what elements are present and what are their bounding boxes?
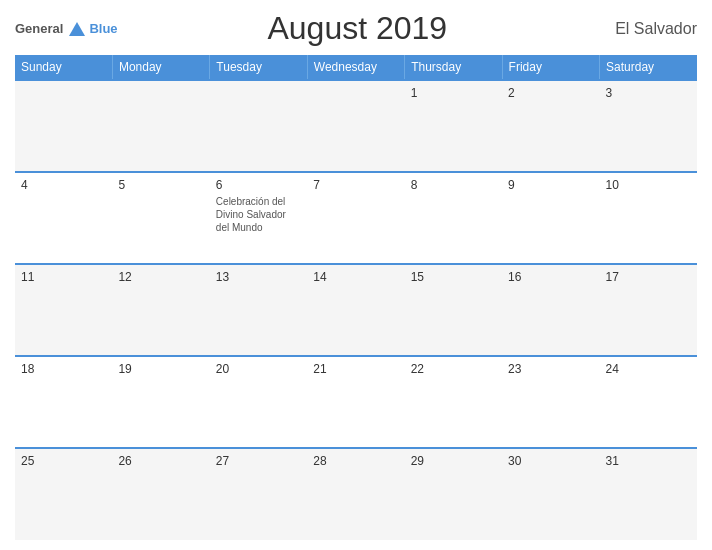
calendar-day-cell: 11	[15, 264, 112, 356]
day-number: 11	[21, 270, 106, 284]
day-of-week-header: Saturday	[600, 55, 697, 80]
calendar-day-cell: 8	[405, 172, 502, 264]
day-number: 17	[606, 270, 691, 284]
calendar-day-cell: 13	[210, 264, 307, 356]
calendar-day-cell: 21	[307, 356, 404, 448]
day-number: 19	[118, 362, 203, 376]
calendar-day-cell: 19	[112, 356, 209, 448]
day-number: 23	[508, 362, 593, 376]
calendar-day-cell: 27	[210, 448, 307, 540]
day-number: 3	[606, 86, 691, 100]
day-number: 4	[21, 178, 106, 192]
calendar-table: SundayMondayTuesdayWednesdayThursdayFrid…	[15, 55, 697, 540]
day-number: 25	[21, 454, 106, 468]
logo-triangle-icon	[69, 22, 85, 36]
day-of-week-header: Wednesday	[307, 55, 404, 80]
day-number: 22	[411, 362, 496, 376]
calendar-day-cell: 7	[307, 172, 404, 264]
day-number: 10	[606, 178, 691, 192]
day-number: 26	[118, 454, 203, 468]
calendar-day-cell: 3	[600, 80, 697, 172]
logo: General Blue	[15, 21, 118, 36]
day-of-week-header: Sunday	[15, 55, 112, 80]
calendar-day-cell	[15, 80, 112, 172]
calendar-day-cell: 18	[15, 356, 112, 448]
calendar-day-cell: 4	[15, 172, 112, 264]
calendar-day-cell: 24	[600, 356, 697, 448]
day-number: 18	[21, 362, 106, 376]
calendar-day-cell: 28	[307, 448, 404, 540]
day-number: 20	[216, 362, 301, 376]
calendar-day-cell: 30	[502, 448, 599, 540]
calendar-day-cell: 15	[405, 264, 502, 356]
day-number: 1	[411, 86, 496, 100]
page-header: General Blue August 2019 El Salvador	[15, 10, 697, 47]
day-number: 2	[508, 86, 593, 100]
day-number: 15	[411, 270, 496, 284]
calendar-day-cell	[210, 80, 307, 172]
day-number: 21	[313, 362, 398, 376]
country-label: El Salvador	[597, 20, 697, 38]
calendar-week-row: 11121314151617	[15, 264, 697, 356]
calendar-week-row: 18192021222324	[15, 356, 697, 448]
calendar-day-cell: 23	[502, 356, 599, 448]
day-number: 29	[411, 454, 496, 468]
day-number: 24	[606, 362, 691, 376]
calendar-day-cell: 2	[502, 80, 599, 172]
calendar-day-cell: 14	[307, 264, 404, 356]
day-of-week-header: Monday	[112, 55, 209, 80]
day-number: 28	[313, 454, 398, 468]
day-number: 8	[411, 178, 496, 192]
day-number: 12	[118, 270, 203, 284]
calendar-day-cell: 29	[405, 448, 502, 540]
calendar-week-row: 123	[15, 80, 697, 172]
calendar-day-cell: 5	[112, 172, 209, 264]
calendar-day-cell: 26	[112, 448, 209, 540]
calendar-day-cell: 10	[600, 172, 697, 264]
calendar-week-row: 456Celebración del Divino Salvador del M…	[15, 172, 697, 264]
calendar-week-row: 25262728293031	[15, 448, 697, 540]
calendar-event: Celebración del Divino Salvador del Mund…	[216, 195, 301, 234]
calendar-day-cell: 17	[600, 264, 697, 356]
day-number: 14	[313, 270, 398, 284]
logo-blue: Blue	[89, 21, 117, 36]
calendar-day-cell: 9	[502, 172, 599, 264]
day-number: 6	[216, 178, 301, 192]
calendar-day-cell: 12	[112, 264, 209, 356]
calendar-day-cell: 25	[15, 448, 112, 540]
logo-general: General	[15, 21, 63, 36]
day-number: 7	[313, 178, 398, 192]
calendar-day-cell: 22	[405, 356, 502, 448]
calendar-day-cell	[307, 80, 404, 172]
calendar-day-cell: 1	[405, 80, 502, 172]
day-of-week-header: Tuesday	[210, 55, 307, 80]
calendar-day-cell: 6Celebración del Divino Salvador del Mun…	[210, 172, 307, 264]
calendar-day-cell: 16	[502, 264, 599, 356]
calendar-day-cell: 31	[600, 448, 697, 540]
day-number: 9	[508, 178, 593, 192]
calendar-day-cell: 20	[210, 356, 307, 448]
calendar-title: August 2019	[118, 10, 597, 47]
day-number: 31	[606, 454, 691, 468]
day-number: 16	[508, 270, 593, 284]
day-number: 27	[216, 454, 301, 468]
day-number: 13	[216, 270, 301, 284]
day-of-week-header: Thursday	[405, 55, 502, 80]
day-number: 5	[118, 178, 203, 192]
day-number: 30	[508, 454, 593, 468]
calendar-day-cell	[112, 80, 209, 172]
days-of-week-row: SundayMondayTuesdayWednesdayThursdayFrid…	[15, 55, 697, 80]
day-of-week-header: Friday	[502, 55, 599, 80]
